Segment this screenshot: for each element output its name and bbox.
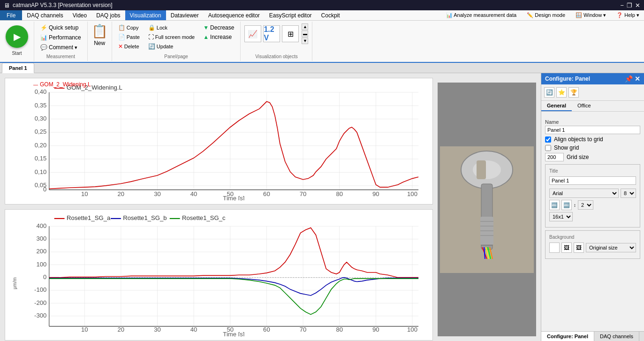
new-label: New [94, 40, 105, 46]
bottom-tab-configure[interactable]: Configure: Panel [541, 332, 594, 341]
configure-close-btn[interactable]: ✕ [635, 75, 640, 83]
ribbon-measurement-buttons: ⚡ Quick setup 📊 Performance 💬 Comment ▾ [38, 23, 83, 52]
delete-button[interactable]: ✕ Delete [116, 42, 142, 51]
main-content: GOM_2_Widening.L [0, 73, 644, 341]
svg-text:0: 0 [43, 186, 46, 193]
app-title: catmanAP V5.3.3 [Presentation version] [13, 2, 113, 8]
menu-dataviewer[interactable]: Dataviewer [166, 10, 204, 20]
svg-text:0,40: 0,40 [35, 88, 47, 95]
menu-design-mode[interactable]: ✏️ Design mode [522, 11, 570, 19]
lock-button[interactable]: 🔒 Lock [146, 23, 197, 32]
configure-refresh-btn[interactable]: 🔄 [544, 87, 554, 98]
svg-rect-92 [477, 160, 486, 179]
new-button[interactable]: 📋 New [88, 22, 112, 61]
chart1-svg: 0,40 0,35 0,30 0,25 0,20 0,15 0,10 0,05 … [29, 82, 429, 200]
wrench-image [440, 146, 534, 273]
svg-text:90: 90 [372, 190, 379, 197]
decrease-increase-col: ▼ Decrease ▲ Increase [201, 23, 236, 41]
bg-image-btn2[interactable]: 🖼 [574, 242, 584, 253]
vis-grid-button[interactable]: ⊞ [282, 25, 299, 42]
svg-text:100: 100 [407, 190, 417, 197]
text-icon-btn2[interactable]: 🔤 [561, 200, 572, 210]
configure-pin-btn[interactable]: 📌 [625, 75, 633, 83]
increase-icon: ▲ [203, 34, 209, 40]
name-input[interactable] [545, 126, 640, 134]
tab-panel1[interactable]: Panel 1 [2, 63, 34, 73]
chart2-svg: Rosette1_SG_a Rosette1_SG_b Rosette1_SG_… [29, 213, 429, 336]
paste-icon: 📄 [118, 34, 125, 40]
paste-button[interactable]: 📄 Paste [116, 33, 142, 41]
menu-visualization[interactable]: Visualization [125, 10, 166, 20]
update-button[interactable]: 🔄 Update [146, 42, 197, 51]
svg-text:10: 10 [81, 190, 88, 197]
fullscreen-button[interactable]: ⛶ Full screen mode [146, 33, 197, 41]
menu-file[interactable]: File [0, 10, 22, 20]
configure-star-btn[interactable]: ⭐ [556, 87, 567, 98]
vis-chart-button[interactable]: 📈 [244, 25, 261, 42]
vis-objects-label: Visualization objects [244, 52, 308, 59]
menu-autosequence[interactable]: Autosequence editor [204, 10, 265, 20]
configure-tab-general[interactable]: General [541, 101, 572, 111]
svg-text:70: 70 [300, 326, 307, 333]
show-grid-checkbox[interactable] [545, 145, 551, 151]
size-select[interactable]: 16x16 [549, 212, 573, 221]
vis-scroll-up[interactable]: ▲ [302, 23, 308, 30]
panel-left-col: 📋 Copy 📄 Paste ✕ Delete [116, 23, 142, 51]
minimize-btn[interactable]: − [620, 2, 624, 9]
menu-video[interactable]: Video [68, 10, 91, 20]
svg-text:40: 40 [190, 190, 197, 197]
start-button[interactable] [6, 25, 28, 48]
restore-btn[interactable]: ❐ [627, 2, 632, 9]
comment-button[interactable]: 💬 Comment ▾ [38, 43, 80, 52]
svg-text:100: 100 [36, 260, 46, 267]
menu-help[interactable]: ❓ Help ▾ [612, 11, 644, 19]
quick-setup-button[interactable]: ⚡ Quick setup [38, 23, 81, 32]
menu-daq-jobs[interactable]: DAQ jobs [91, 10, 125, 20]
configure-title: Configure: Panel [545, 76, 590, 82]
bottom-tab-daq[interactable]: DAQ channels [594, 332, 639, 341]
size-row: 16x16 [549, 212, 636, 221]
svg-text:0,30: 0,30 [35, 115, 47, 122]
menu-window[interactable]: 🪟 Window ▾ [571, 11, 611, 19]
vis-object-buttons: 📈 1.2 V ⊞ ▲ ▬ ▼ [244, 23, 308, 44]
vis-scroll-mid[interactable]: ▬ [302, 30, 308, 37]
ribbon: Start ⚡ Quick setup 📊 Performance 💬 Comm… [0, 21, 644, 63]
title-bar: 🖥 catmanAP V5.3.3 [Presentation version]… [0, 0, 644, 10]
text-icon-btn1[interactable]: 🔤 [549, 200, 560, 210]
grid-size-input[interactable] [545, 153, 564, 161]
svg-text:Time [s]: Time [s] [223, 331, 244, 336]
increase-button[interactable]: ▲ Increase [201, 33, 236, 41]
configure-award-btn[interactable]: 🏆 [568, 87, 579, 98]
performance-button[interactable]: 📊 Performance [38, 33, 83, 42]
bg-size-select[interactable]: Original size [586, 243, 636, 252]
bg-color-box[interactable] [549, 242, 560, 253]
menu-easyscript[interactable]: EasyScript editor [265, 10, 317, 20]
menu-cockpit[interactable]: Cockpit [317, 10, 345, 20]
show-grid-label: Show grid [554, 144, 579, 151]
configure-tab-office[interactable]: Office [572, 101, 597, 111]
font-size-select[interactable]: 8 [621, 189, 636, 198]
svg-text:70: 70 [300, 190, 307, 197]
svg-text:-300: -300 [34, 312, 46, 319]
menu-analyze[interactable]: 📊 Analyze measurement data [441, 11, 521, 19]
font-select[interactable]: Arial [549, 189, 619, 198]
svg-text:400: 400 [36, 222, 46, 229]
svg-text:Rosette1_SG_b: Rosette1_SG_b [123, 214, 167, 221]
bg-image-btn1[interactable]: 🖼 [561, 242, 572, 253]
decrease-button[interactable]: ▼ Decrease [201, 23, 236, 32]
menu-daq-channels[interactable]: DAQ channels [22, 10, 68, 20]
measurement-label: Measurement [38, 52, 83, 59]
configure-body: Name Align objects to grid Show grid Gri… [541, 112, 644, 331]
vis-gauge-button[interactable]: 1.2 V [263, 25, 280, 42]
num-select[interactable]: 2 [578, 200, 593, 210]
title-input[interactable] [549, 176, 636, 185]
close-btn[interactable]: ✕ [635, 2, 640, 9]
num-icon: ↕ [574, 203, 576, 208]
vis-scroll-down[interactable]: ▼ [302, 38, 308, 44]
align-objects-checkbox[interactable] [545, 136, 551, 143]
chart2-y-label: μm/m [12, 277, 17, 289]
comment-icon: 💬 [40, 44, 47, 51]
charts-column: GOM_2_Widening.L [5, 78, 433, 336]
svg-text:-100: -100 [34, 286, 46, 293]
copy-button[interactable]: 📋 Copy [116, 23, 142, 32]
